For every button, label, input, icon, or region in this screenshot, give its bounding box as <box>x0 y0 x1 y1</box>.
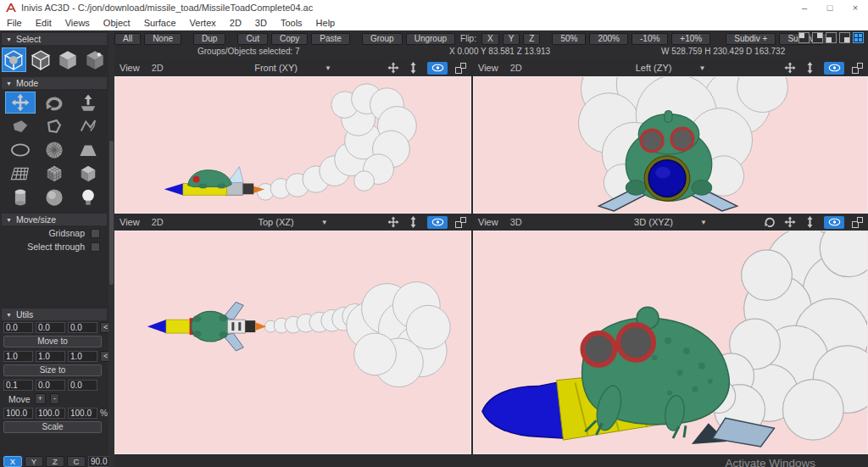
orbit-rotate-icon[interactable] <box>763 216 776 228</box>
disk-tool-icon[interactable] <box>39 139 70 161</box>
menu-edit[interactable]: Edit <box>29 15 58 31</box>
move-delta-x-field[interactable] <box>3 380 33 391</box>
visibility-eye-icon[interactable] <box>824 62 844 75</box>
layout-single-tl-icon[interactable] <box>798 32 810 43</box>
size-to-x-field[interactable] <box>3 351 33 362</box>
scale-y-field[interactable] <box>36 408 65 419</box>
select-object-icon[interactable] <box>29 47 53 72</box>
visibility-eye-icon[interactable] <box>427 216 448 229</box>
zoom-50-button[interactable]: 50% <box>552 33 586 45</box>
menu-surface[interactable]: Surface <box>137 15 183 31</box>
sidebar-scrollbar[interactable] <box>108 31 114 467</box>
view-menu-button[interactable]: View <box>120 217 140 227</box>
viewport-front-canvas[interactable] <box>114 76 471 214</box>
chevron-down-icon[interactable]: ▼ <box>698 64 705 73</box>
axis-z-button[interactable]: Z <box>46 456 64 467</box>
axis-c-button[interactable]: C <box>67 456 86 467</box>
projection-select[interactable]: Front (XY) <box>254 63 298 73</box>
chevron-down-icon[interactable]: ▼ <box>321 219 328 227</box>
select-surface-icon[interactable] <box>56 47 81 72</box>
viewport-top-canvas[interactable] <box>114 231 471 454</box>
view-menu-button[interactable]: View <box>478 217 498 227</box>
zoom-stretch-icon[interactable] <box>407 62 420 74</box>
layout-quad-icon[interactable] <box>853 32 864 43</box>
viewport-3d-canvas[interactable] <box>473 231 868 454</box>
menu-object[interactable]: Object <box>97 15 137 31</box>
move-delta-y-field[interactable] <box>36 380 65 391</box>
sphere-tool-icon[interactable] <box>39 186 70 208</box>
utils-section-header[interactable]: ▼ Utils <box>2 309 107 320</box>
visibility-eye-icon[interactable] <box>427 62 448 75</box>
minimize-button[interactable]: – <box>792 0 817 15</box>
maximize-button[interactable]: □ <box>817 0 843 15</box>
layout-single-tr-icon[interactable] <box>812 32 823 43</box>
ellipse-tool-icon[interactable] <box>5 139 36 161</box>
projection-select[interactable]: Left (ZY) <box>636 63 672 73</box>
zoom-stretch-icon[interactable] <box>804 216 816 228</box>
viewport-left-canvas[interactable] <box>473 76 868 214</box>
mode-section-header[interactable]: ▼ Mode <box>2 77 107 89</box>
move-mode-icon[interactable] <box>5 92 36 114</box>
menu-2d[interactable]: 2D <box>223 15 248 31</box>
size-to-y-field[interactable] <box>36 351 65 362</box>
move-delta-z-field[interactable] <box>68 380 97 391</box>
size-to-button[interactable]: Size to <box>3 364 102 376</box>
scale-z-field[interactable] <box>68 408 97 419</box>
maximize-viewport-icon[interactable] <box>455 63 466 74</box>
extrude-mode-icon[interactable] <box>73 92 103 114</box>
move-plus-button[interactable]: + <box>35 393 46 404</box>
cylinder-tool-icon[interactable] <box>5 186 36 208</box>
ungroup-button[interactable]: Ungroup <box>406 33 455 45</box>
paste-button[interactable]: Paste <box>311 33 350 45</box>
menu-vertex[interactable]: Vertex <box>183 15 223 31</box>
cut-button[interactable]: Cut <box>237 33 268 45</box>
maximize-viewport-icon[interactable] <box>852 63 863 74</box>
gridsnap-checkbox[interactable] <box>91 229 100 238</box>
view-menu-button[interactable]: View <box>120 63 140 73</box>
zoom-stretch-icon[interactable] <box>804 62 816 74</box>
move-to-y-field[interactable] <box>36 322 65 333</box>
polygon-outline-icon[interactable] <box>39 115 70 137</box>
subdivided-cube-icon[interactable] <box>39 163 70 185</box>
chevron-down-icon[interactable]: ▼ <box>325 64 331 73</box>
layout-single-br-icon[interactable] <box>839 32 850 43</box>
menu-3d[interactable]: 3D <box>248 15 274 31</box>
move-to-x-field[interactable] <box>3 322 33 333</box>
flip-y-button[interactable]: Y <box>503 33 520 45</box>
layout-single-bl-icon[interactable] <box>826 32 837 43</box>
select-vertex-icon[interactable] <box>82 47 107 72</box>
menu-file[interactable]: File <box>0 15 29 31</box>
polyline-icon[interactable] <box>73 115 103 137</box>
select-all-button[interactable]: All <box>114 33 141 45</box>
subdivide-plus-button[interactable]: Subdiv + <box>726 33 776 45</box>
maximize-viewport-icon[interactable] <box>455 217 466 228</box>
move-to-z-field[interactable] <box>68 322 97 333</box>
group-button[interactable]: Group <box>362 33 403 45</box>
flip-z-button[interactable]: Z <box>523 33 540 45</box>
duplicate-button[interactable]: Dup <box>193 33 225 45</box>
pan-icon[interactable] <box>783 62 796 74</box>
chevron-down-icon[interactable]: ▼ <box>700 219 707 227</box>
maximize-viewport-icon[interactable] <box>852 217 863 228</box>
select-through-checkbox[interactable] <box>91 242 100 252</box>
scrollbar-thumb[interactable] <box>109 141 114 285</box>
axis-x-button[interactable]: X <box>3 456 22 467</box>
copy-button[interactable]: Copy <box>271 33 308 45</box>
scale-x-field[interactable] <box>3 408 33 419</box>
menu-help[interactable]: Help <box>309 15 342 31</box>
close-button[interactable]: × <box>843 0 868 15</box>
cube-tool-icon[interactable] <box>73 163 103 185</box>
pan-icon[interactable] <box>387 62 399 74</box>
zoom-plus10-button[interactable]: +10% <box>671 33 710 45</box>
pan-icon[interactable] <box>387 216 399 228</box>
polygon-fill-icon[interactable] <box>5 115 36 137</box>
menu-views[interactable]: Views <box>58 15 97 31</box>
view-menu-button[interactable]: View <box>478 63 498 73</box>
zoom-minus10-button[interactable]: -10% <box>632 33 668 45</box>
mesh-grid-icon[interactable] <box>5 163 36 185</box>
menu-tools[interactable]: Tools <box>274 15 309 31</box>
move-minus-button[interactable]: - <box>50 393 59 404</box>
zoom-stretch-icon[interactable] <box>407 216 420 228</box>
visibility-eye-icon[interactable] <box>824 216 844 229</box>
select-section-header[interactable]: ▼ Select <box>2 33 107 45</box>
